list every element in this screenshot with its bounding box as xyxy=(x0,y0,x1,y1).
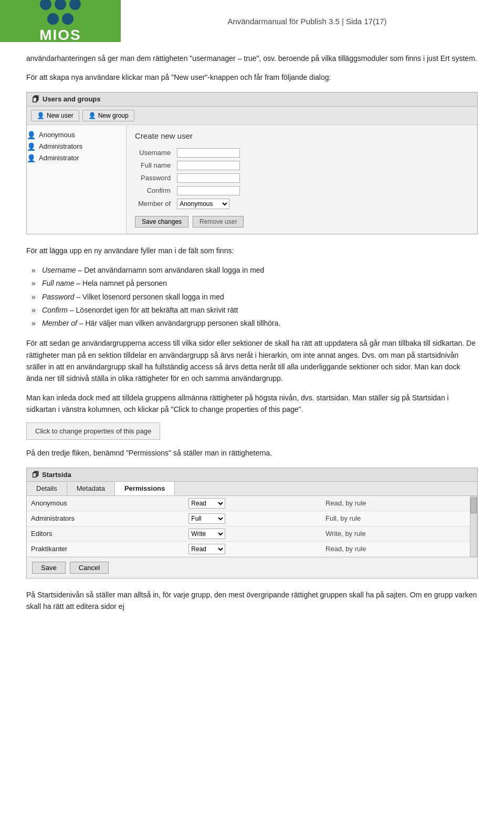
startsida-actions: Save Cancel xyxy=(27,557,477,578)
logo-circle-4 xyxy=(47,13,59,25)
new-user-icon: 👤 xyxy=(37,112,45,119)
perm-row-praktikanter: Praktikanter Read Write Full Read, by ru… xyxy=(27,541,470,556)
scrollbar[interactable] xyxy=(470,496,477,557)
logo-circle-3 xyxy=(69,0,81,10)
logo-text: MIOS xyxy=(39,27,81,44)
list-item[interactable]: 👤 Anonymous xyxy=(27,129,126,141)
term-confirm: Confirm xyxy=(42,306,68,314)
username-cell xyxy=(174,147,243,159)
tab-metadata[interactable]: Metadata xyxy=(67,482,115,495)
new-user-button[interactable]: 👤 New user xyxy=(31,110,79,121)
fullname-row: Full name xyxy=(135,159,243,172)
permissions-table-wrap: Anonymous Read Write Full Read, by rule xyxy=(27,496,470,557)
perm-row-editors: Editors Read Write Full Write, by rule xyxy=(27,526,470,541)
paragraph-4: För att sedan ge användargrupperna acces… xyxy=(26,337,478,385)
change-properties-button[interactable]: Click to change properties of this page xyxy=(26,422,160,440)
logo-circles-bottom xyxy=(47,13,74,25)
perm-select-praktikanter[interactable]: Read Write Full xyxy=(188,544,225,554)
confirm-input[interactable] xyxy=(177,186,240,195)
startsida-title-bar: 🗍 Startsida xyxy=(27,468,477,482)
user-icon: 👤 xyxy=(27,142,36,151)
memberof-label: Member of xyxy=(135,197,174,211)
main-content: användarhanteringen så ger man dem rätti… xyxy=(0,42,504,636)
confirm-label: Confirm xyxy=(135,184,174,197)
cancel-button[interactable]: Cancel xyxy=(70,562,109,574)
startsida-title: Startsida xyxy=(42,471,71,479)
password-cell xyxy=(174,172,243,184)
memberof-row: Member of Anonymous Administrators xyxy=(135,197,243,211)
user-name-administrator: Administrator xyxy=(39,154,79,162)
perm-access-editors: Read Write Full xyxy=(184,526,321,541)
list-item[interactable]: 👤 Administrators xyxy=(27,141,126,152)
list-item: Password – Vilket lösenord personen skal… xyxy=(37,291,478,304)
tab-details[interactable]: Details xyxy=(27,482,67,495)
fields-list: Username – Det användarnamn som användar… xyxy=(37,264,478,330)
user-name-administrators: Administrators xyxy=(39,142,82,150)
perm-group-anonymous: Anonymous xyxy=(27,496,184,511)
startsida-dialog: 🗍 Startsida Details Metadata Permissions… xyxy=(26,468,478,578)
perm-access-praktikanter: Read Write Full xyxy=(184,541,321,556)
username-label: Username xyxy=(135,147,174,159)
save-button[interactable]: Save xyxy=(32,562,66,574)
new-group-icon: 👤 xyxy=(88,112,96,119)
remove-user-button[interactable]: Remove user xyxy=(193,216,244,228)
password-row: Password xyxy=(135,172,243,184)
user-icon: 👤 xyxy=(27,154,36,162)
fullname-input[interactable] xyxy=(177,161,240,170)
dialog-icon: 🗍 xyxy=(32,95,39,104)
scrollbar-thumb xyxy=(470,498,477,513)
perm-select-editors[interactable]: Read Write Full xyxy=(188,529,225,539)
header-title: Användarmanual för Publish 3.5 | Sida 17… xyxy=(121,17,504,26)
logo-inner: MIOS xyxy=(39,0,81,44)
permissions-panel: Anonymous Read Write Full Read, by rule xyxy=(27,496,477,557)
username-input[interactable] xyxy=(177,148,240,158)
perm-group-administrators: Administrators xyxy=(27,511,184,526)
form-title: Create new user xyxy=(135,131,469,140)
term-password: Password xyxy=(42,293,74,301)
memberof-select[interactable]: Anonymous Administrators xyxy=(177,199,229,209)
confirm-row: Confirm xyxy=(135,184,243,197)
fullname-cell xyxy=(174,159,243,172)
tab-permissions[interactable]: Permissions xyxy=(115,482,175,495)
paragraph-7: På Startsidenivån så ställer man alltså … xyxy=(26,589,478,613)
term-username: Username xyxy=(42,266,76,274)
change-btn-box: Click to change properties of this page xyxy=(26,422,478,440)
password-label: Password xyxy=(135,172,174,184)
create-user-form: Create new user Username Full name Passw… xyxy=(127,125,477,234)
paragraph-6: På den tredje fliken, benämnd "Permissio… xyxy=(26,447,478,459)
term-memberof: Member of xyxy=(42,319,77,327)
perm-select-administrators[interactable]: Read Write Full xyxy=(188,513,225,524)
startsida-icon: 🗍 xyxy=(32,471,39,479)
list-item[interactable]: 👤 Administrator xyxy=(27,152,126,164)
paragraph-1: användarhanteringen så ger man dem rätti… xyxy=(26,53,478,64)
logo-circle-5 xyxy=(62,13,74,25)
paragraph-2: För att skapa nya användare klickar man … xyxy=(26,71,478,83)
memberof-cell: Anonymous Administrators xyxy=(174,197,243,211)
dialog-body: 👤 Anonymous 👤 Administrators 👤 Administr… xyxy=(27,125,477,234)
list-item: Confirm – Lösenordet igen för att bekräf… xyxy=(37,304,478,317)
new-group-button[interactable]: 👤 New group xyxy=(82,110,134,121)
perm-select-anonymous[interactable]: Read Write Full xyxy=(188,498,225,509)
perm-rule-anonymous: Read, by rule xyxy=(321,496,470,511)
form-actions: Save changes Remove user xyxy=(135,216,469,228)
tabs-row: Details Metadata Permissions xyxy=(27,482,477,496)
user-name-anonymous: Anonymous xyxy=(39,131,75,139)
dialog-title-bar: 🗍 Users and groups xyxy=(27,92,477,107)
perm-rule-editors: Write, by rule xyxy=(321,526,470,541)
logo-circle-1 xyxy=(40,0,51,10)
form-fields-table: Username Full name Password Confirm xyxy=(135,147,243,211)
logo-box: MIOS xyxy=(0,0,121,42)
perm-row-anonymous: Anonymous Read Write Full Read, by rule xyxy=(27,496,470,511)
perm-access-administrators: Read Write Full xyxy=(184,511,321,526)
perm-access-anonymous: Read Write Full xyxy=(184,496,321,511)
logo-circle-2 xyxy=(55,0,66,10)
paragraph-3: För att lägga upp en ny användare fyller… xyxy=(26,245,478,256)
save-changes-button[interactable]: Save changes xyxy=(135,216,188,228)
users-groups-dialog: 🗍 Users and groups 👤 New user 👤 New grou… xyxy=(26,92,478,234)
page-header: MIOS Användarmanual för Publish 3.5 | Si… xyxy=(0,0,504,42)
new-user-label: New user xyxy=(47,112,74,119)
list-item: Full name – Hela namnet på personen xyxy=(37,277,478,290)
perm-row-administrators: Administrators Read Write Full Full, by … xyxy=(27,511,470,526)
password-input[interactable] xyxy=(177,173,240,183)
confirm-cell xyxy=(174,184,243,197)
